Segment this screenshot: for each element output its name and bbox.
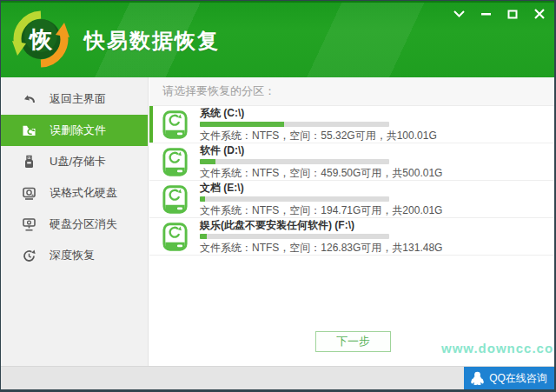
partition-row-c[interactable]: 系统 (C:\) 文件系统：NTFS，空间：55.32G可用，共100.01G bbox=[149, 106, 554, 143]
hard-drive-icon bbox=[161, 110, 189, 139]
qq-support-label: QQ在线咨询 bbox=[489, 371, 547, 386]
partition-detail: 文件系统：NTFS，空间：459.50G可用，共500.01G bbox=[200, 167, 442, 179]
partition-name: 文档 (E:\) bbox=[200, 182, 442, 194]
sidebar-item-lost-partition[interactable]: 硬盘分区消失 bbox=[1, 209, 148, 240]
partition-detail: 文件系统：NTFS，空间：55.32G可用，共100.01G bbox=[200, 130, 437, 142]
partition-lost-icon bbox=[22, 217, 36, 232]
partition-name: 软件 (D:\) bbox=[200, 144, 442, 156]
sidebar-item-deep-recovery[interactable]: 深度恢复 bbox=[1, 240, 148, 271]
partition-info: 文档 (E:\) 文件系统：NTFS，空间：194.71G可用，共200.01G bbox=[200, 182, 442, 216]
sidebar-item-label: 误格式化硬盘 bbox=[50, 185, 117, 201]
sidebar-item-label: 硬盘分区消失 bbox=[50, 216, 117, 232]
hard-drive-icon bbox=[161, 185, 189, 214]
partition-info: 软件 (D:\) 文件系统：NTFS，空间：459.50G可用，共500.01G bbox=[200, 144, 442, 179]
app-logo-icon: 恢 bbox=[11, 10, 70, 69]
hard-drive-icon bbox=[161, 223, 189, 251]
main-panel: 请选择要恢复的分区： 系统 (C:\) 文件系统：NTFS，空间：55.32G可… bbox=[149, 77, 554, 366]
partition-info: 系统 (C:\) 文件系统：NTFS，空间：55.32G可用，共100.01G bbox=[200, 107, 437, 142]
usage-bar bbox=[200, 159, 389, 164]
folder-recover-icon bbox=[22, 123, 36, 138]
sidebar-item-usb-card[interactable]: U盘/存储卡 bbox=[1, 146, 148, 177]
close-button[interactable] bbox=[532, 6, 547, 22]
format-disk-icon bbox=[22, 186, 36, 201]
svg-text:恢: 恢 bbox=[28, 26, 53, 52]
partition-name: 系统 (C:\) bbox=[200, 107, 437, 119]
usage-bar-fill bbox=[200, 234, 207, 239]
close-icon bbox=[534, 9, 545, 19]
menu-chevron-button[interactable] bbox=[451, 6, 467, 22]
title-bar-top-edge bbox=[1, 1, 554, 3]
usage-bar-fill bbox=[200, 122, 284, 127]
qq-support-button[interactable]: QQ在线咨询 bbox=[464, 367, 554, 389]
usage-bar bbox=[200, 122, 389, 127]
app-title: 快易数据恢复 bbox=[84, 27, 220, 55]
title-bar: 恢 快易数据恢复 bbox=[1, 1, 554, 77]
site-watermark: www.downcc.com bbox=[441, 341, 556, 355]
deep-recovery-icon bbox=[22, 249, 36, 263]
partition-row-d[interactable]: 软件 (D:\) 文件系统：NTFS，空间：459.50G可用，共500.01G bbox=[149, 143, 554, 181]
usage-bar-fill bbox=[200, 159, 215, 164]
minimize-icon bbox=[481, 13, 491, 16]
sidebar-item-label: 误删除文件 bbox=[50, 123, 106, 138]
sidebar-item-label: 深度恢复 bbox=[50, 248, 95, 263]
app-window: 恢 快易数据恢复 bbox=[0, 0, 556, 392]
status-bar: QQ在线咨询 bbox=[1, 366, 554, 389]
partition-info: 娱乐(此盘不要安装任何软件) (F:\) 文件系统：NTFS，空间：126.83… bbox=[200, 219, 442, 254]
usage-bar bbox=[200, 234, 389, 239]
maximize-button[interactable] bbox=[505, 6, 520, 22]
partition-row-e[interactable]: 文档 (E:\) 文件系统：NTFS，空间：194.71G可用，共200.01G bbox=[149, 181, 554, 218]
sidebar: 返回主界面 误删除文件 U盘/存储卡 bbox=[1, 77, 149, 366]
sidebar-item-back-to-main[interactable]: 返回主界面 bbox=[1, 83, 148, 115]
return-arrow-icon bbox=[22, 92, 36, 107]
partition-detail: 文件系统：NTFS，空间：194.71G可用，共200.01G bbox=[200, 204, 442, 216]
next-step-button[interactable]: 下一步 bbox=[315, 331, 391, 352]
maximize-icon bbox=[507, 10, 518, 19]
sidebar-item-label: U盘/存储卡 bbox=[50, 154, 106, 169]
hard-drive-icon bbox=[161, 148, 189, 176]
sidebar-item-formatted-disk[interactable]: 误格式化硬盘 bbox=[1, 177, 148, 209]
minimize-button[interactable] bbox=[478, 6, 493, 22]
sidebar-item-deleted-files[interactable]: 误删除文件 bbox=[1, 115, 148, 146]
partition-detail: 文件系统：NTFS，空间：126.83G可用，共131.48G bbox=[200, 242, 442, 254]
sidebar-item-label: 返回主界面 bbox=[50, 91, 106, 107]
window-controls bbox=[451, 6, 547, 22]
usb-drive-icon bbox=[22, 155, 36, 169]
qq-penguin-icon bbox=[471, 371, 484, 385]
usage-bar-fill bbox=[200, 196, 205, 202]
partition-name: 娱乐(此盘不要安装任何软件) (F:\) bbox=[200, 219, 442, 231]
partition-select-prompt: 请选择要恢复的分区： bbox=[149, 77, 554, 106]
usage-bar bbox=[200, 196, 389, 202]
partition-row-f[interactable]: 娱乐(此盘不要安装任何软件) (F:\) 文件系统：NTFS，空间：126.83… bbox=[149, 218, 554, 256]
chevron-down-icon bbox=[453, 10, 465, 17]
